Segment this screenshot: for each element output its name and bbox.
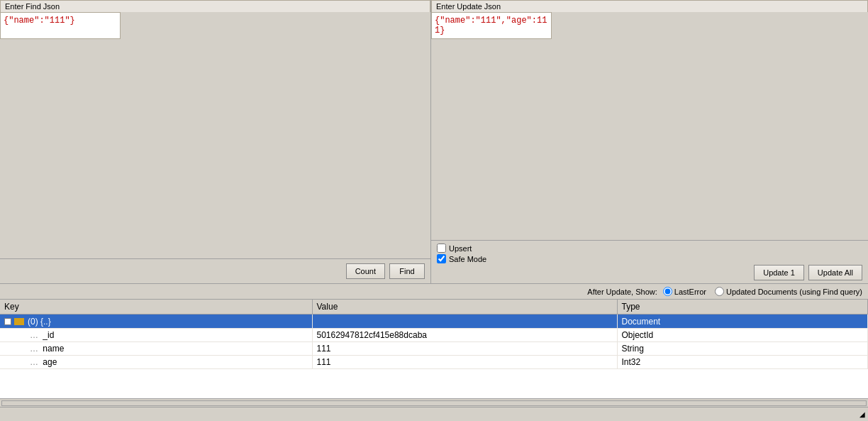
- left-textarea-wrapper: {"name":"111"}: [0, 12, 430, 258]
- update-json-input[interactable]: {"name":"111","age":111}: [431, 12, 552, 39]
- folder-icon-0: [14, 318, 24, 325]
- col-value: Value: [312, 300, 617, 315]
- left-bottom-bar: Count Find: [0, 258, 430, 283]
- key-cell: … age: [0, 356, 312, 369]
- last-error-radio-item: LastError: [663, 287, 706, 296]
- key-value-1: _id: [43, 330, 54, 340]
- value-cell-2: 111: [312, 342, 617, 356]
- safemode-row: Safe Mode: [437, 254, 862, 263]
- key-cell: … name: [0, 342, 312, 356]
- key-indent-3: … age: [4, 357, 57, 367]
- type-cell-2: String: [617, 342, 868, 356]
- type-cell-1: ObjectId: [617, 329, 868, 342]
- value-cell-1: 50162947812cf415e88dcaba: [312, 329, 617, 342]
- scrollbar-area: [0, 398, 868, 407]
- top-section: Enter Find Json {"name":"111"} Count Fin…: [0, 0, 868, 284]
- dash-3: …: [30, 357, 38, 367]
- right-panel: Enter Update Json {"name":"111","age":11…: [431, 0, 868, 283]
- value-cell-3: 111: [312, 356, 617, 369]
- status-bar: ◢: [0, 407, 868, 421]
- right-panel-title: Enter Update Json: [431, 0, 868, 12]
- count-button[interactable]: Count: [346, 263, 385, 279]
- left-panel-title: Enter Find Json: [0, 0, 430, 12]
- col-key: Key: [0, 300, 312, 315]
- type-cell-0: Document: [617, 315, 868, 329]
- update-all-button[interactable]: Update All: [808, 265, 862, 280]
- upsert-label: Upsert: [449, 244, 472, 253]
- after-update-label: After Update, Show:: [587, 288, 657, 296]
- results-section: Key Value Type - (0) {..}: [0, 300, 868, 398]
- key-indent-2: … name: [4, 344, 64, 354]
- table-row[interactable]: … name 111 String: [0, 342, 868, 356]
- col-type: Type: [617, 300, 868, 315]
- upsert-checkbox[interactable]: [437, 244, 446, 253]
- key-cell: … _id: [0, 329, 312, 342]
- type-value-0: Document: [622, 317, 661, 327]
- scrollbar-track[interactable]: [1, 400, 867, 406]
- radio-group: LastError Updated Documents (using Find …: [663, 287, 862, 296]
- table-row[interactable]: … _id 50162947812cf415e88dcaba ObjectId: [0, 329, 868, 342]
- key-value-0: (0) {..}: [28, 317, 51, 327]
- value-cell-0: [312, 315, 617, 329]
- find-button[interactable]: Find: [389, 263, 425, 279]
- updated-docs-label: Updated Documents (using Find query): [726, 288, 862, 296]
- results-table: Key Value Type - (0) {..}: [0, 300, 868, 369]
- table-header-row: Key Value Type: [0, 300, 868, 315]
- tree-expand-0: - (0) {..}: [4, 317, 51, 327]
- dash-1: …: [30, 330, 38, 340]
- upsert-row: Upsert: [437, 244, 862, 253]
- right-bottom-bar: Upsert Safe Mode Update 1 Update All: [431, 240, 868, 283]
- left-panel: Enter Find Json {"name":"111"} Count Fin…: [0, 0, 431, 283]
- right-actions: Update 1 Update All: [437, 265, 862, 280]
- key-indent-1: … _id: [4, 330, 54, 340]
- key-value-3: age: [43, 357, 57, 367]
- type-cell-3: Int32: [617, 356, 868, 369]
- right-textarea-wrapper: {"name":"111","age":111}: [431, 12, 868, 240]
- table-row[interactable]: … age 111 Int32: [0, 356, 868, 369]
- updated-docs-radio-item: Updated Documents (using Find query): [715, 287, 862, 296]
- key-value-2: name: [43, 344, 64, 354]
- main-container: Enter Find Json {"name":"111"} Count Fin…: [0, 0, 868, 421]
- update1-button[interactable]: Update 1: [754, 265, 804, 280]
- table-row[interactable]: - (0) {..} Document: [0, 315, 868, 329]
- resize-grip[interactable]: ◢: [859, 410, 865, 418]
- after-update-bar: After Update, Show: LastError Updated Do…: [0, 284, 868, 300]
- safemode-checkbox[interactable]: [437, 254, 446, 263]
- updated-docs-radio[interactable]: [715, 287, 724, 296]
- expand-icon-0[interactable]: -: [4, 318, 11, 325]
- dash-2: …: [30, 344, 38, 354]
- key-cell: - (0) {..}: [0, 315, 312, 329]
- last-error-radio[interactable]: [663, 287, 672, 296]
- safemode-label: Safe Mode: [449, 255, 486, 263]
- last-error-label: LastError: [674, 288, 706, 296]
- find-json-input[interactable]: {"name":"111"}: [0, 12, 121, 39]
